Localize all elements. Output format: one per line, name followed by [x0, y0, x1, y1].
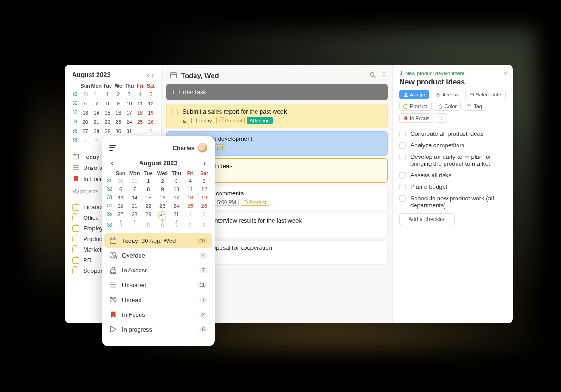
- calendar-day[interactable]: 10: [170, 185, 183, 193]
- chip-focus[interactable]: In Focus: [399, 113, 433, 123]
- calendar-day[interactable]: 18: [183, 193, 197, 202]
- calendar-day[interactable]: 3: [80, 136, 90, 145]
- calendar-day[interactable]: 2: [197, 210, 211, 221]
- breadcrumb[interactable]: ↥ New product development: [399, 70, 506, 76]
- checklist-item[interactable]: Contribute all product ideas: [399, 130, 506, 137]
- mobile-nav-item[interactable]: In Focus 2: [104, 307, 212, 322]
- calendar-day[interactable]: 20: [114, 202, 128, 210]
- calendar-day[interactable]: 15: [103, 108, 112, 117]
- next-month-icon[interactable]: ›: [203, 159, 206, 167]
- checklist-checkbox[interactable]: [399, 195, 406, 202]
- checklist-checkbox[interactable]: [399, 131, 406, 137]
- calendar-day[interactable]: 4: [91, 136, 102, 145]
- calendar-day[interactable]: 31: [91, 90, 102, 99]
- calendar-day[interactable]: 25: [135, 117, 145, 127]
- calendar-day[interactable]: 2: [146, 127, 156, 136]
- task-card[interactable]: Submit a sales report for the past week …: [166, 104, 388, 128]
- calendar-day[interactable]: 4: [183, 177, 197, 185]
- calendar-day[interactable]: 29: [141, 210, 155, 221]
- chip-assign[interactable]: Assign: [399, 90, 429, 99]
- calendar-day[interactable]: 30: [114, 177, 128, 185]
- calendar-day[interactable]: 17: [124, 108, 134, 117]
- user-chip[interactable]: Charles: [172, 143, 207, 153]
- calendar-day[interactable]: 31: [124, 127, 134, 136]
- search-icon[interactable]: [369, 72, 377, 79]
- calendar-day[interactable]: 6: [80, 99, 90, 108]
- mobile-nav-item[interactable]: In Access 7: [104, 263, 212, 277]
- mobile-nav-item[interactable]: In progress 6: [104, 322, 212, 337]
- next-month-icon[interactable]: ›: [152, 72, 154, 78]
- prev-month-icon[interactable]: ‹: [111, 159, 113, 167]
- more-icon[interactable]: [383, 72, 385, 79]
- checklist-item[interactable]: Plan a budget: [399, 183, 506, 190]
- calendar-day[interactable]: 21: [128, 202, 141, 210]
- calendar-day[interactable]: 25: [183, 202, 197, 210]
- calendar-day[interactable]: 14: [128, 193, 141, 202]
- chip-date[interactable]: Select date: [465, 90, 506, 99]
- calendar-day[interactable]: 23: [155, 202, 169, 210]
- calendar-day[interactable]: 7: [91, 99, 102, 108]
- calendar-day[interactable]: 1: [183, 210, 197, 221]
- calendar-day[interactable]: 20: [80, 117, 90, 127]
- calendar-day[interactable]: 8: [183, 221, 197, 229]
- checklist-item[interactable]: Assess all risks: [399, 172, 506, 179]
- calendar-day[interactable]: 3: [114, 221, 128, 229]
- calendar-day[interactable]: 24: [124, 117, 134, 127]
- calendar-day[interactable]: 19: [197, 193, 211, 202]
- calendar-day[interactable]: 3: [124, 90, 134, 99]
- calendar-day[interactable]: 19: [146, 108, 156, 117]
- calendar-day[interactable]: 11: [135, 99, 145, 108]
- calendar-day[interactable]: 12: [197, 185, 211, 193]
- calendar-day[interactable]: 30: [113, 127, 123, 136]
- calendar-day[interactable]: 7: [128, 185, 141, 193]
- calendar-day[interactable]: 30: [80, 90, 90, 99]
- chip-access[interactable]: Access: [432, 90, 463, 99]
- mobile-nav-item[interactable]: Today: 30 Aug, Wed 10: [104, 233, 212, 248]
- calendar-day[interactable]: 13: [80, 108, 90, 117]
- mobile-nav-item[interactable]: Unread 7: [104, 292, 212, 307]
- checklist-checkbox[interactable]: [399, 172, 406, 179]
- sidebar-calendar[interactable]: SunMonTueWeThuFriSat31303112345326789101…: [70, 82, 156, 145]
- calendar-day[interactable]: 9: [197, 221, 211, 229]
- calendar-day[interactable]: 27: [114, 210, 128, 221]
- calendar-day[interactable]: 4: [128, 221, 141, 229]
- checklist-checkbox[interactable]: [399, 184, 406, 190]
- chip-tag[interactable]: Tag: [463, 102, 486, 111]
- calendar-day[interactable]: 22: [103, 117, 112, 127]
- calendar-day[interactable]: 5: [141, 221, 155, 229]
- calendar-day[interactable]: 12: [146, 99, 156, 108]
- calendar-day[interactable]: 7: [170, 221, 183, 229]
- calendar-day[interactable]: 16: [155, 193, 169, 202]
- calendar-day[interactable]: 11: [183, 185, 197, 193]
- calendar-day[interactable]: 15: [141, 193, 155, 202]
- checklist-checkbox[interactable]: [399, 154, 406, 160]
- calendar-day[interactable]: 1: [141, 177, 155, 185]
- calendar-day[interactable]: 31: [128, 177, 141, 185]
- enter-task[interactable]: + Enter task: [166, 84, 388, 100]
- calendar-day[interactable]: 6: [114, 185, 128, 193]
- breadcrumb-link[interactable]: New product development: [405, 71, 464, 76]
- add-checklist-button[interactable]: Add a checklist: [399, 213, 455, 225]
- chip-more[interactable]: ⋮: [436, 113, 447, 123]
- calendar-day[interactable]: 6: [155, 221, 169, 229]
- calendar-day[interactable]: 1: [103, 90, 112, 99]
- checklist-item[interactable]: Develop an early-term plan for bringing …: [399, 153, 506, 167]
- calendar-day[interactable]: 9: [155, 185, 169, 193]
- calendar-day[interactable]: 10: [124, 99, 134, 108]
- mobile-calendar[interactable]: SunMonTueWedThuFriSat3130311234532678910…: [104, 169, 212, 229]
- calendar-day[interactable]: 8: [103, 99, 112, 108]
- calendar-day[interactable]: 2: [113, 90, 123, 99]
- calendar-day[interactable]: 5: [146, 90, 156, 99]
- calendar-day[interactable]: 21: [91, 117, 102, 127]
- menu-icon[interactable]: [109, 145, 116, 151]
- calendar-day[interactable]: 2: [155, 177, 169, 185]
- calendar-day[interactable]: 28: [128, 210, 141, 221]
- mobile-nav-item[interactable]: Overdue 4: [104, 248, 212, 263]
- chip-color[interactable]: Color: [434, 102, 461, 111]
- calendar-day[interactable]: 8: [141, 185, 155, 193]
- calendar-day[interactable]: 4: [135, 90, 145, 99]
- checklist-item[interactable]: Analyze competitors: [399, 142, 506, 149]
- calendar-day[interactable]: 16: [113, 108, 123, 117]
- calendar-day[interactable]: 3: [170, 177, 183, 185]
- calendar-day[interactable]: 1: [135, 127, 145, 136]
